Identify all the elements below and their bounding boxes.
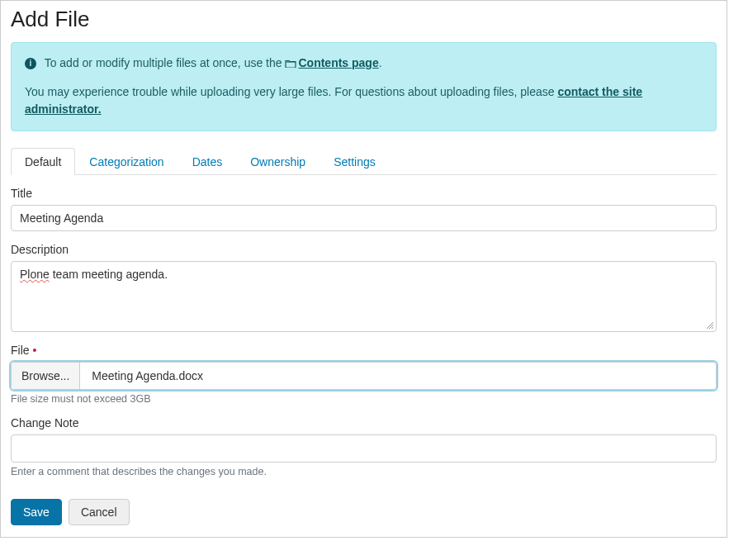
save-button[interactable]: Save bbox=[11, 499, 62, 525]
misspelled-word: Plone bbox=[20, 268, 50, 281]
change-note-label: Change Note bbox=[11, 416, 717, 429]
change-note-input[interactable] bbox=[11, 434, 717, 463]
info-box: i To add or modify multiple files at onc… bbox=[11, 42, 717, 131]
info-text-2a: You may experience trouble while uploadi… bbox=[25, 85, 557, 98]
change-note-help-text: Enter a comment that describes the chang… bbox=[11, 466, 717, 477]
contents-page-link[interactable]: Contents page bbox=[298, 56, 378, 69]
cancel-button[interactable]: Cancel bbox=[69, 499, 130, 525]
description-input[interactable]: Plone team meeting agenda. bbox=[11, 261, 717, 332]
file-label: File • bbox=[11, 344, 717, 357]
tab-dates[interactable]: Dates bbox=[178, 148, 237, 175]
resize-handle-icon[interactable] bbox=[704, 320, 714, 330]
file-help-text: File size must not exceed 3GB bbox=[11, 393, 717, 405]
required-marker: • bbox=[32, 344, 36, 357]
tab-categorization[interactable]: Categorization bbox=[75, 148, 178, 175]
title-label: Title bbox=[11, 187, 717, 200]
info-icon: i bbox=[25, 58, 36, 69]
tab-ownership[interactable]: Ownership bbox=[236, 148, 320, 175]
tabs: Default Categorization Dates Ownership S… bbox=[11, 148, 717, 175]
description-rest: team meeting agenda. bbox=[50, 268, 168, 281]
file-input-wrap: Browse... Meeting Agenda.docx bbox=[11, 362, 717, 390]
info-text-1b: . bbox=[379, 56, 382, 69]
info-text-1a: To add or modify multiple files at once,… bbox=[45, 56, 286, 69]
description-label: Description bbox=[11, 243, 717, 256]
folder-icon bbox=[285, 55, 296, 72]
tab-default[interactable]: Default bbox=[11, 148, 75, 175]
page-title: Add File bbox=[11, 7, 717, 32]
title-input[interactable] bbox=[11, 205, 717, 231]
file-name-display[interactable]: Meeting Agenda.docx bbox=[80, 363, 716, 389]
tab-settings[interactable]: Settings bbox=[320, 148, 390, 175]
file-label-text: File bbox=[11, 344, 30, 357]
browse-button[interactable]: Browse... bbox=[12, 363, 80, 389]
